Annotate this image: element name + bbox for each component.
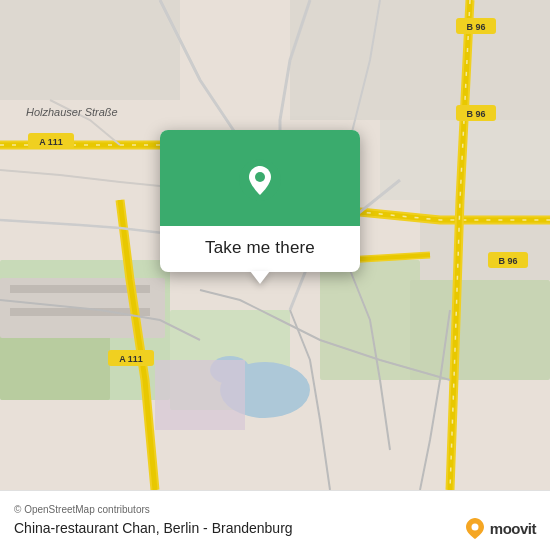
location-popup[interactable]: Take me there (160, 130, 360, 272)
moovit-logo: moovit (464, 517, 536, 539)
svg-rect-14 (420, 200, 550, 280)
svg-text:B 96: B 96 (466, 22, 485, 32)
take-me-there-button[interactable]: Take me there (189, 226, 331, 272)
svg-point-31 (471, 524, 478, 531)
svg-rect-12 (290, 0, 550, 120)
svg-text:A 111: A 111 (119, 354, 143, 364)
svg-text:Holzhauser Straße: Holzhauser Straße (26, 106, 118, 118)
bottom-bar: © OpenStreetMap contributors China-resta… (0, 490, 550, 550)
moovit-brand-text: moovit (490, 520, 536, 537)
map-attribution: © OpenStreetMap contributors (14, 504, 536, 515)
moovit-pin-icon (464, 517, 486, 539)
svg-point-30 (255, 172, 265, 182)
map-view[interactable]: A 111 A 111 B 96 B 96 B 96 L 1011 Holzha… (0, 0, 550, 490)
restaurant-name: China-restaurant Chan, Berlin - Brandenb… (14, 520, 293, 536)
svg-text:B 96: B 96 (466, 109, 485, 119)
popup-green-header (160, 130, 360, 226)
svg-rect-15 (0, 0, 180, 100)
svg-rect-5 (410, 280, 550, 380)
svg-text:B 96: B 96 (498, 256, 517, 266)
svg-text:A 111: A 111 (39, 137, 63, 147)
location-pin-icon (238, 158, 282, 202)
svg-rect-8 (155, 360, 245, 430)
